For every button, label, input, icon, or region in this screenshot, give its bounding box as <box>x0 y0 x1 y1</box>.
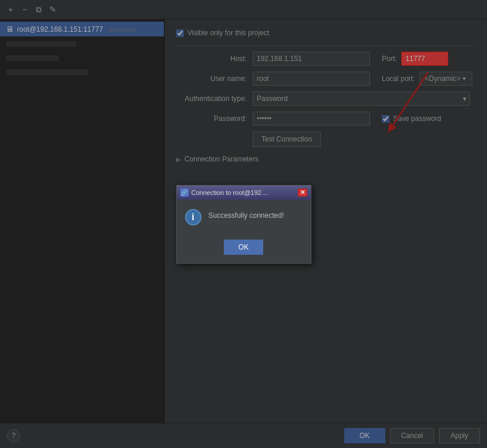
dialog-title-text: Connection to root@192.... <box>192 189 269 196</box>
dialog-close-button[interactable]: ✕ <box>298 188 307 197</box>
main-dialog: + − ⧉ ✎ 🖥 root@192.168.1.151:11777 passw… <box>0 0 487 448</box>
dialog-title-left: 🔗 Connection to root@192.... <box>180 188 269 197</box>
dialog-message: Successfully connected! <box>209 209 284 220</box>
dialog-footer: OK <box>177 235 311 263</box>
success-dialog: 🔗 Connection to root@192.... ✕ i Success… <box>176 185 311 264</box>
dialog-title-icon: 🔗 <box>180 188 189 197</box>
modal-overlay: 🔗 Connection to root@192.... ✕ i Success… <box>0 0 487 448</box>
dialog-ok-button[interactable]: OK <box>224 240 263 255</box>
dialog-titlebar: 🔗 Connection to root@192.... ✕ <box>177 186 311 200</box>
dialog-body: i Successfully connected! <box>177 200 311 235</box>
info-icon: i <box>185 209 201 225</box>
